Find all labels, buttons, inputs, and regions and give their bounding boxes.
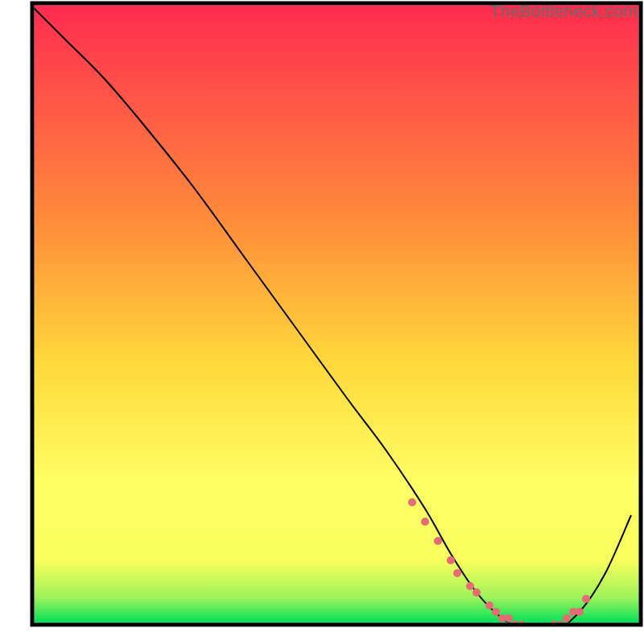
highlight-dot (485, 601, 493, 609)
highlight-dot (505, 614, 513, 622)
highlight-dot (582, 595, 590, 603)
highlight-dot (524, 627, 532, 635)
highlight-dot (447, 556, 455, 564)
gradient-background (35, 6, 639, 623)
highlight-dot (563, 614, 571, 622)
highlight-dot (576, 608, 584, 616)
highlight-dot (530, 627, 539, 635)
highlight-dot (408, 498, 416, 506)
plot-area (26, 0, 641, 635)
highlight-dot (492, 608, 500, 616)
highlight-dot (543, 627, 551, 635)
chart-container: TheBottleneck.com (0, 0, 644, 644)
highlight-dot (434, 537, 442, 545)
highlight-dot (466, 582, 474, 590)
highlight-dot (537, 627, 545, 635)
highlight-dot (473, 588, 481, 597)
bottleneck-curve-chart (0, 0, 644, 644)
watermark-text: TheBottleneck.com (490, 2, 638, 21)
highlight-dot (421, 518, 429, 526)
highlight-dot (453, 569, 461, 577)
